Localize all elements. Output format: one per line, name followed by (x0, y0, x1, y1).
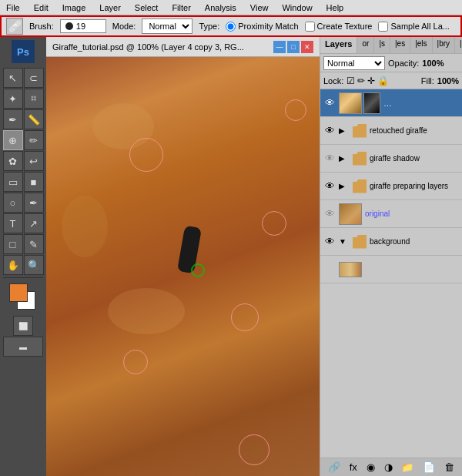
sample-all-checkbox[interactable] (378, 22, 388, 32)
layers-tab[interactable]: Layers (320, 37, 357, 53)
layer-mask-button[interactable]: ◉ (365, 461, 377, 473)
screen-mode[interactable]: ⬜ (13, 316, 33, 336)
layers-tabs: Layers or |s |es |els |bry |ns (320, 37, 462, 54)
layer-item-bg-sub[interactable] (320, 256, 462, 283)
hand-tool[interactable]: ✋ (3, 255, 23, 275)
type-tool[interactable]: T (3, 213, 23, 233)
create-texture-checkbox[interactable] (305, 22, 315, 32)
canvas-area[interactable] (46, 57, 320, 476)
layer-expand-4[interactable]: ▶ (339, 182, 350, 190)
zoom-tool[interactable]: 🔍 (24, 255, 44, 275)
layer-item-preparing[interactable]: 👁 ▶ giraffe preparing layers (320, 173, 462, 200)
link-layers-button[interactable]: 🔗 (326, 461, 342, 473)
lasso-tool[interactable]: ⊂ (24, 68, 44, 88)
layers-bottom-toolbar: 🔗 fx ◉ ◑ 📁 📄 🗑 (320, 458, 462, 476)
pen-tool[interactable]: ✒ (24, 193, 44, 213)
layers-lock-row: Lock: ☑ ✏ ✛ 🔒 Fill: 100% (320, 72, 462, 89)
layer-options-1[interactable]: … (383, 99, 392, 108)
ps-logo: Ps (12, 40, 35, 63)
tool-row-7: ○ ✒ (3, 193, 44, 213)
layer-item-retouched[interactable]: 👁 ▶ retouched giraffe (320, 117, 462, 145)
window-close-button[interactable]: ✕ (301, 41, 313, 53)
eraser-tool[interactable]: ▭ (3, 172, 23, 192)
eyedropper-tool[interactable]: ✒ (3, 109, 23, 129)
layer-visibility-6[interactable]: 👁 (323, 236, 336, 247)
crop-tool[interactable]: ⌗ (24, 89, 44, 109)
delete-layer-button[interactable]: 🗑 (443, 461, 456, 473)
layer-style-button[interactable]: fx (348, 461, 359, 473)
mode-select[interactable]: Normal (142, 18, 192, 34)
layer-expand-3[interactable]: ▶ (339, 154, 350, 163)
lock-image-icon[interactable]: ✏ (357, 75, 365, 86)
window-maximize-button[interactable]: □ (287, 41, 300, 53)
folder-icon-4 (353, 179, 367, 193)
move-tool[interactable]: ↖ (3, 68, 23, 88)
shape-tool[interactable]: □ (3, 234, 23, 254)
type-radio-label[interactable]: Proximity Match (226, 22, 298, 32)
display-mode[interactable]: ▬ (3, 337, 43, 357)
tool-row-1: ↖ ⊂ (3, 68, 44, 88)
layer-item-background[interactable]: 👁 ▼ background (320, 228, 462, 256)
gradient-tool[interactable]: ■ (24, 172, 44, 192)
path-select[interactable]: ↗ (24, 213, 44, 233)
measure-tool[interactable]: 📏 (24, 109, 44, 129)
dodge-tool[interactable]: ○ (3, 193, 23, 213)
magic-wand[interactable]: ✦ (3, 89, 23, 109)
menu-image[interactable]: Image (59, 2, 89, 14)
menu-analysis[interactable]: Analysis (202, 2, 239, 14)
menu-bar: File Edit Image Layer Select Filter Anal… (0, 0, 462, 15)
options-bar: 🩹 Brush: 19 Mode: Normal Type: Proximity… (0, 15, 462, 37)
menu-filter[interactable]: Filter (169, 2, 193, 14)
sample-all-label[interactable]: Sample All La... (378, 22, 449, 32)
type-label: Type: (199, 22, 219, 31)
els-tab[interactable]: |els (410, 37, 432, 53)
lock-transparent-icon[interactable]: ☑ (346, 75, 355, 86)
layer-expand-2[interactable]: ▶ (339, 126, 350, 135)
menu-view[interactable]: View (247, 2, 272, 14)
layer-item-original[interactable]: 👁 original (320, 200, 462, 228)
layer-visibility-1[interactable]: 👁 (323, 97, 336, 109)
menu-help[interactable]: Help (323, 2, 347, 14)
bry-tab[interactable]: |bry (433, 37, 456, 53)
foreground-color-swatch[interactable] (9, 283, 28, 302)
layer-visibility-2[interactable]: 👁 (323, 125, 336, 136)
canvas-image (46, 57, 320, 476)
clone-stamp[interactable]: ✿ (3, 151, 23, 171)
notes-tool[interactable]: ✎ (24, 234, 44, 254)
menu-select[interactable]: Select (132, 2, 162, 14)
menu-file[interactable]: File (3, 2, 23, 14)
layer-item-shadow[interactable]: 👁 ▶ giraffe shadow (320, 145, 462, 173)
history-brush[interactable]: ↩ (24, 151, 44, 171)
brush-size: 19 (76, 22, 85, 31)
toolbox: Ps ↖ ⊂ ✦ ⌗ ✒ 📏 ⊕ ✏ ✿ ↩ ▭ ■ ○ ✒ (0, 37, 46, 476)
new-group-button[interactable]: 📁 (400, 461, 415, 473)
layer-visibility-4[interactable]: 👁 (323, 180, 336, 192)
blend-mode-select[interactable]: Normal (323, 56, 385, 70)
paths-tab[interactable]: |s (374, 37, 390, 53)
healing-brush-tool[interactable]: ⊕ (3, 130, 23, 150)
es-tab[interactable]: |es (390, 37, 410, 53)
new-layer-button[interactable]: 📄 (421, 461, 437, 473)
lock-all-icon[interactable]: 🔒 (377, 75, 389, 86)
menu-window[interactable]: Window (279, 2, 315, 14)
brush-preview[interactable]: 19 (60, 19, 106, 33)
layer-visibility-5[interactable]: 👁 (323, 208, 336, 220)
layer-expand-6[interactable]: ▼ (339, 237, 350, 246)
layer-mask-1 (363, 92, 380, 114)
ns-tab[interactable]: |ns (455, 37, 462, 53)
proximity-match-radio[interactable] (226, 22, 236, 32)
create-texture-label[interactable]: Create Texture (305, 22, 373, 32)
layer-thumb-original (339, 203, 362, 225)
channels-tab[interactable]: or (357, 37, 374, 53)
adjustment-layer-button[interactable]: ◑ (383, 461, 394, 473)
folder-icon-2 (353, 124, 367, 138)
tool-divider (3, 277, 43, 278)
bg-color-swatch (339, 262, 362, 277)
lock-position-icon[interactable]: ✛ (367, 75, 375, 86)
brush-tool[interactable]: ✏ (24, 130, 44, 150)
layer-item-active[interactable]: 👁 … (320, 89, 462, 117)
menu-layer[interactable]: Layer (96, 2, 124, 14)
layer-visibility-3[interactable]: 👁 (323, 153, 336, 164)
window-minimize-button[interactable]: — (273, 41, 286, 53)
menu-edit[interactable]: Edit (31, 2, 52, 14)
